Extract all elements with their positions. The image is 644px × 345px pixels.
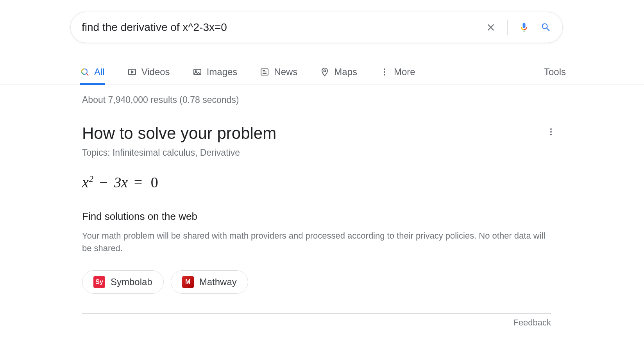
search-bar-container	[0, 0, 644, 43]
search-actions	[485, 20, 551, 35]
symbolab-icon: Sy	[93, 276, 105, 288]
svg-point-16	[550, 134, 552, 135]
tab-label: Maps	[334, 66, 357, 77]
equation-display: x2 − 3x = 0	[82, 174, 559, 191]
svg-point-10	[324, 70, 326, 72]
eq-term2: 3x	[114, 174, 128, 190]
provider-symbolab[interactable]: Sy Symbolab	[82, 270, 164, 294]
topics-line: Topics: Infinitesimal calculus, Derivati…	[82, 147, 559, 158]
tab-maps[interactable]: Maps	[320, 59, 357, 84]
voice-search-icon[interactable]	[519, 20, 530, 34]
search-bar	[70, 12, 563, 43]
tab-all[interactable]: All	[80, 59, 105, 84]
provider-label: Mathway	[199, 277, 237, 288]
solutions-subhead: Find solutions on the web	[82, 210, 559, 223]
svg-point-11	[384, 68, 385, 70]
provider-chips: Sy Symbolab M Mathway	[82, 270, 559, 294]
answer-block-header: How to solve your problem	[82, 124, 559, 143]
tools-button[interactable]: Tools	[544, 66, 566, 77]
tab-news[interactable]: News	[260, 59, 297, 84]
tab-label: All	[94, 66, 105, 77]
svg-line-1	[86, 74, 88, 75]
clear-icon[interactable]	[485, 22, 496, 33]
eq-term1-base: x	[82, 174, 89, 190]
eq-minus: −	[99, 174, 107, 190]
tab-videos[interactable]: Videos	[127, 59, 170, 84]
provider-label: Symbolab	[111, 277, 152, 288]
separator	[507, 20, 508, 35]
svg-marker-3	[131, 71, 133, 73]
eq-equals: =	[134, 174, 142, 190]
tabs-bar: All Videos Images News Maps More Tools	[0, 59, 644, 84]
results-content: About 7,940,000 results (0.78 seconds) H…	[0, 84, 559, 328]
block-footer: Feedback	[82, 313, 551, 328]
eq-rhs: 0	[151, 174, 158, 190]
svg-point-12	[384, 71, 385, 73]
provider-mathway[interactable]: M Mathway	[171, 270, 248, 294]
tab-label: Videos	[141, 66, 170, 77]
result-stats: About 7,940,000 results (0.78 seconds)	[82, 95, 559, 105]
answer-title: How to solve your problem	[82, 124, 276, 143]
tab-label: News	[274, 66, 297, 77]
svg-point-13	[384, 74, 385, 75]
search-icon[interactable]	[540, 22, 551, 33]
svg-point-15	[550, 131, 552, 133]
tab-label: Images	[207, 66, 238, 77]
feedback-link[interactable]: Feedback	[513, 318, 551, 328]
eq-term1-exp: 2	[89, 174, 93, 184]
kebab-menu-icon[interactable]	[543, 124, 559, 141]
tab-more[interactable]: More	[380, 59, 415, 84]
privacy-disclaimer: Your math problem will be shared with ma…	[82, 230, 551, 255]
svg-point-14	[550, 128, 552, 130]
search-input[interactable]	[82, 21, 485, 34]
mathway-icon: M	[182, 276, 194, 288]
tab-images[interactable]: Images	[193, 59, 238, 84]
tab-label: More	[394, 66, 415, 77]
